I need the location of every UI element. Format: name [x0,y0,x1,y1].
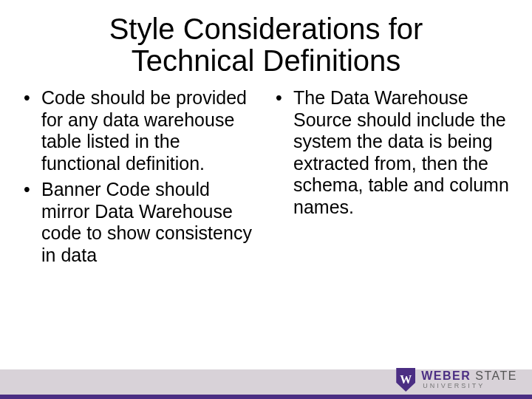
right-bullet-list: The Data Warehouse Source should include… [270,87,514,218]
title-line-2: Technical Definitions [132,44,401,77]
logo-word-state: STATE [475,370,517,383]
weber-state-logo: W WEBER STATE UNIVERSITY [396,366,517,393]
left-bullet-list: Code should be provided for any data war… [18,87,262,266]
slide-title: Style Considerations for Technical Defin… [0,0,532,77]
logo-text: WEBER STATE UNIVERSITY [421,370,517,389]
title-line-1: Style Considerations for [109,13,423,45]
list-item: The Data Warehouse Source should include… [290,87,514,218]
logo-word-university: UNIVERSITY [423,383,517,389]
shield-letter: W [400,374,412,386]
right-column: The Data Warehouse Source should include… [270,87,514,270]
list-item: Banner Code should mirror Data Warehouse… [38,179,262,266]
logo-word-weber: WEBER [421,370,471,383]
shield-icon: W [396,368,415,392]
slide: Style Considerations for Technical Defin… [0,0,532,399]
logo-row-1: WEBER STATE [421,370,517,383]
list-item: Code should be provided for any data war… [38,87,262,174]
body-columns: Code should be provided for any data war… [0,77,532,270]
left-column: Code should be provided for any data war… [18,87,262,270]
footer: W WEBER STATE UNIVERSITY [0,359,532,399]
footer-accent-line [0,395,532,399]
